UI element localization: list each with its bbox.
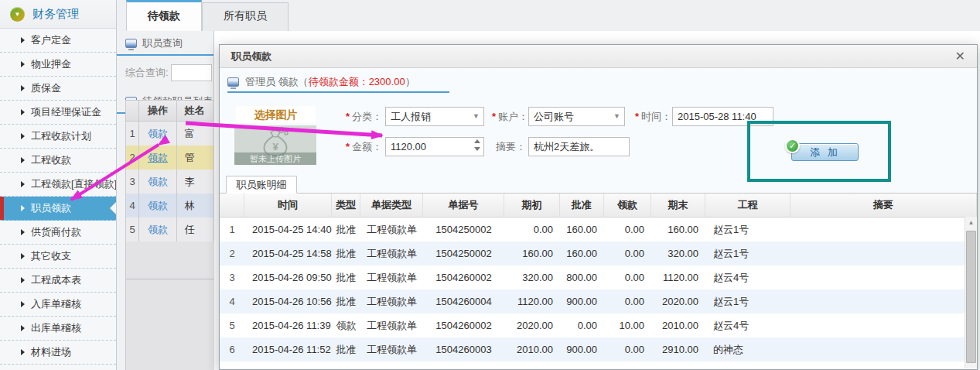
detail-cell: 领款 [332,319,360,333]
sidebar-item[interactable]: 工程收款 [0,149,116,173]
sidebar-item[interactable]: 物业押金 [0,53,116,77]
detail-cell: 2015-04-26 10:56 [244,296,332,307]
detail-row[interactable]: 62015-04-26 11:52批准工程领款单15042600032010.0… [220,337,977,361]
section-title: 管理员 领款（ [245,76,309,87]
withdraw-link[interactable]: 领款 [148,223,168,237]
query-input[interactable] [171,64,212,81]
detail-col-header[interactable]: 期末 [651,194,705,217]
detail-row[interactable]: 32015-04-26 09:50批准工程领款单1504260002320.00… [220,266,977,289]
staff-row: 1领款富 [126,122,214,146]
spinner-icons[interactable] [474,139,480,151]
category-select[interactable]: 工人报销▼ [385,107,484,126]
sidebar-item[interactable]: 材料进场 [0,341,116,365]
sidebar-menu: 客户定金物业押金质保金项目经理保证金工程收款计划工程收款工程领款[直接领款]职员… [0,29,116,365]
detail-col-header[interactable]: 类型 [332,194,360,217]
detail-col-header[interactable]: 单据号 [423,194,504,217]
scrollbar-thumb[interactable] [966,231,976,363]
detail-row[interactable]: 22015-04-25 14:58批准工程领款单1504250002160.00… [220,242,977,266]
detail-row[interactable]: 42015-04-26 10:56批准工程领款单15042600041120.0… [220,289,977,313]
sidebar-item[interactable]: 入库单稽核 [0,293,116,317]
sidebar-item[interactable]: 工程收款计划 [0,125,116,149]
detail-cell: 赵云4号 [705,271,790,285]
query-label: 综合查询: [125,66,169,80]
tab-inactive[interactable]: 所有职员 [202,2,289,31]
account-detail-table: 时间类型单据类型单据号期初批准领款期末工程摘要 12015-04-25 14:4… [220,193,977,369]
detail-cell: 800.00 [560,272,604,283]
col-action: 操作 [139,101,177,121]
detail-row[interactable]: 52015-04-26 11:39领款工程领款单15042600022020.0… [220,313,977,337]
detail-col-header[interactable]: 期初 [504,194,560,217]
withdraw-link[interactable]: 领款 [148,127,168,141]
detail-cell: 160.00 [504,248,560,259]
item-arrow-icon [21,133,25,139]
staff-table-header: 操作 姓名 [126,100,214,122]
sidebar-item[interactable]: 其它收支 [0,245,116,269]
sidebar-item[interactable]: 职员领款 [0,197,116,221]
choose-image-button[interactable]: 选择图片 [236,106,316,123]
dialog-section-header: 管理员 领款（待领款金额：2300.00） [227,75,415,89]
image-placeholder: ¥ 暂未上传图片 [234,125,316,165]
staff-name: 林 [177,194,214,218]
sidebar-header[interactable]: ▼ 财务管理 [0,0,116,29]
collapse-circle-icon[interactable]: ▼ [10,7,25,22]
detail-col-header[interactable]: 领款 [604,194,651,217]
sidebar-title: 财务管理 [32,7,79,22]
sidebar-item[interactable]: 工程成本表 [0,269,116,293]
green-check-icon: ✓ [785,139,800,153]
detail-col-header[interactable]: 工程 [705,194,790,217]
sidebar-item-label: 材料进场 [31,345,71,359]
withdraw-link[interactable]: 领款 [148,199,168,213]
scroll-up-icon[interactable]: ▲ [965,217,977,229]
detail-col-header[interactable]: 单据类型 [360,194,423,217]
item-arrow-icon [21,181,25,187]
sidebar-item[interactable]: 质保金 [0,77,116,101]
close-icon[interactable]: ✕ [955,50,965,63]
chevron-down-icon: ▼ [473,108,480,125]
detail-col-header[interactable]: 摘要 [790,194,977,217]
tab-bar: 待领款所有职员 [117,0,980,31]
staff-row: 2领款管 [126,146,214,170]
detail-table-body: 12015-04-25 14:40批准工程领款单15042500020.0016… [220,218,977,361]
detail-col-header[interactable]: 时间 [244,194,332,217]
time-input[interactable]: 2015-05-28 11:40 [672,107,773,126]
amount-input[interactable]: 1120.00 [385,137,484,156]
item-arrow-icon [21,37,25,43]
detail-cell: 2910.00 [651,344,705,355]
detail-col-header[interactable]: 批准 [560,194,604,217]
item-arrow-icon [21,157,25,163]
detail-cell: 的神态 [705,343,790,357]
sidebar-item[interactable]: 出库单稽核 [0,317,116,341]
sidebar-item[interactable]: 客户定金 [0,29,116,53]
withdraw-link[interactable]: 领款 [148,151,168,165]
vertical-scrollbar[interactable]: ▲ [965,217,977,368]
sidebar-item[interactable]: 工程领款[直接领款] [0,173,116,197]
detail-cell: 2010.00 [504,344,560,355]
sidebar-item[interactable]: 项目经理保证金 [0,101,116,125]
withdraw-link[interactable]: 领款 [148,175,168,189]
tab-active[interactable]: 待领款 [126,0,202,31]
account-select[interactable]: 公司账号▼ [528,107,625,126]
item-arrow-icon [21,205,25,211]
detail-col-header[interactable] [220,194,244,217]
summary-input[interactable]: 杭州2天差旅。 [528,137,630,156]
detail-cell: 批准 [332,223,360,237]
staff-query-header: 职员查询 [117,31,213,54]
no-image-text: 暂未上传图片 [234,152,316,165]
sidebar-item[interactable]: 供货商付款 [0,221,116,245]
staff-row: 5领款任 [126,218,214,242]
detail-cell: 160.00 [651,224,705,235]
tab-account-detail[interactable]: 职员账明细 [226,176,297,194]
item-arrow-icon [21,253,25,259]
row-number: 3 [126,170,139,194]
staff-row: 4领款林 [126,194,214,218]
detail-cell: 1120.00 [651,272,705,283]
detail-cell: 工程领款单 [360,223,423,237]
detail-row[interactable]: 12015-04-25 14:40批准工程领款单15042500020.0016… [220,218,977,242]
dialog-title: 职员领款 [231,50,955,63]
query-row: 综合查询: [117,56,213,89]
sidebar-item-label: 物业押金 [31,57,71,71]
item-arrow-icon [21,349,25,355]
detail-cell: 2015-04-26 11:52 [244,344,332,355]
time-label: *时间： [635,107,671,126]
add-button[interactable]: 添 加 [791,143,859,161]
